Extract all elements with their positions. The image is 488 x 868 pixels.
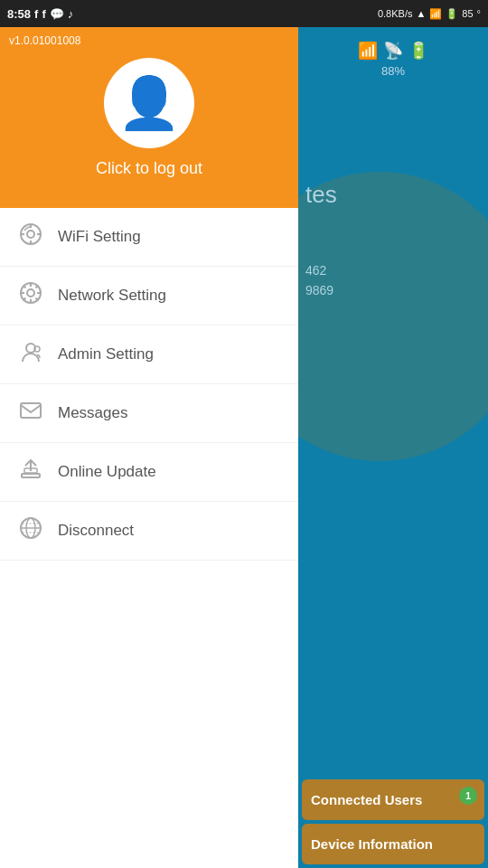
online-update-label: Online Update <box>58 463 156 481</box>
right-status-icons: 📶 📡 🔋 <box>358 41 428 61</box>
music-icon: ♪ <box>68 7 74 21</box>
logout-label[interactable]: Click to log out <box>96 159 202 178</box>
admin-setting-icon <box>18 340 43 369</box>
chat-icon: 💬 <box>50 7 64 21</box>
degree-icon: ° <box>477 8 481 19</box>
right-battery-text: 88% <box>381 64 405 78</box>
tes-label: tes <box>305 181 481 209</box>
connected-users-card[interactable]: Connected Users 1 <box>302 779 484 820</box>
navigation-drawer: v1.0.01001008 👤 Click to log out <box>0 0 298 868</box>
time-display: 8:58 <box>7 7 31 21</box>
online-update-icon <box>18 458 43 486</box>
connected-users-label: Connected Users <box>311 792 422 807</box>
device-information-card[interactable]: Device Information <box>302 824 484 864</box>
wifi-setting-label: WiFi Setting <box>58 228 141 246</box>
menu-list: WiFi Setting Network Setting <box>0 208 298 868</box>
main-text-area: tes <box>298 181 488 209</box>
admin-setting-label: Admin Setting <box>58 345 154 363</box>
fb-icon2: f <box>42 7 45 21</box>
battery-percent: 85 <box>462 8 473 19</box>
signal-status-icon: 📡 <box>383 41 403 61</box>
svg-rect-18 <box>21 403 41 418</box>
connected-users-badge: 1 <box>459 787 477 805</box>
messages-label: Messages <box>58 404 127 422</box>
device-information-label: Device Information <box>311 836 433 852</box>
svg-point-1 <box>27 231 34 238</box>
disconnect-label: Disconnect <box>58 522 134 540</box>
menu-item-update[interactable]: Online Update <box>0 443 298 502</box>
status-bar: 8:58 f f 💬 ♪ 0.8KB/s ▲ 📶 🔋 85 ° <box>0 0 488 27</box>
signal-icon: 📶 <box>429 8 442 20</box>
user-icon: 👤 <box>117 73 181 133</box>
number2: 9869 <box>305 283 481 297</box>
battery-icon: 🔋 <box>446 8 458 20</box>
status-left: 8:58 f f 💬 ♪ <box>7 7 73 21</box>
wifi-icon: ▲ <box>416 8 426 19</box>
version-text: v1.0.01001008 <box>9 34 80 47</box>
fb-icon: f <box>34 7 38 21</box>
network-setting-icon <box>18 281 43 310</box>
disconnect-icon <box>18 516 43 545</box>
number-area: 462 9869 <box>298 263 488 297</box>
right-panel: 📶 📡 🔋 88% tes 462 9869 <box>298 27 488 297</box>
svg-rect-19 <box>22 474 40 477</box>
right-status-bar: 📶 📡 🔋 88% <box>298 27 488 90</box>
wifi-setting-icon <box>18 222 43 251</box>
network-setting-label: Network Setting <box>58 287 166 305</box>
menu-item-wifi[interactable]: WiFi Setting <box>0 208 298 267</box>
avatar: 👤 <box>104 58 194 148</box>
svg-point-7 <box>27 289 34 297</box>
drawer-header[interactable]: v1.0.01001008 👤 Click to log out <box>0 0 298 208</box>
messages-icon <box>18 399 43 428</box>
menu-item-network[interactable]: Network Setting <box>0 267 298 326</box>
wifi-status-icon: 📶 <box>358 41 378 61</box>
menu-item-disconnect[interactable]: Disconnect <box>0 502 298 561</box>
menu-item-messages[interactable]: Messages <box>0 384 298 443</box>
battery-status-icon: 🔋 <box>408 41 428 61</box>
menu-item-admin[interactable]: Admin Setting <box>0 326 298 384</box>
number1: 462 <box>305 263 481 278</box>
network-speed: 0.8KB/s <box>378 8 413 19</box>
bottom-cards: Connected Users 1 Device Information <box>298 776 488 868</box>
status-right: 0.8KB/s ▲ 📶 🔋 85 ° <box>378 8 481 20</box>
